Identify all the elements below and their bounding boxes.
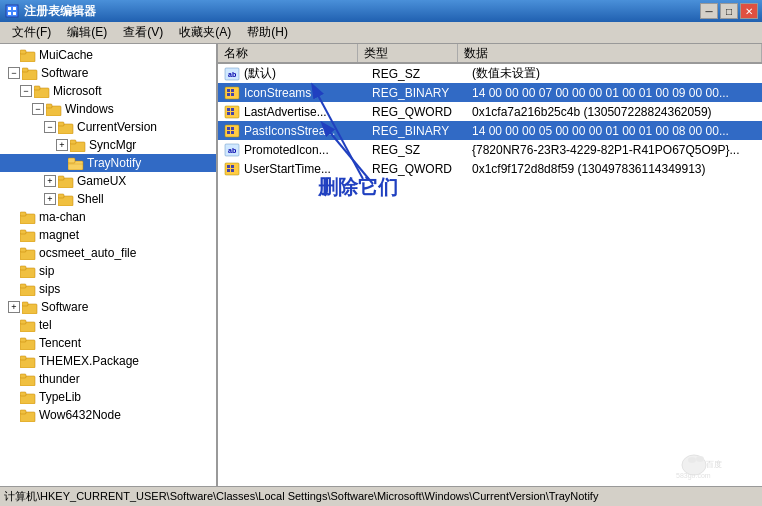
tree-item-gameux[interactable]: + GameUX: [0, 172, 216, 190]
tree-item-sip[interactable]: sip: [0, 262, 216, 280]
folder-icon: [20, 354, 36, 368]
tree-item-traynotify[interactable]: TrayNotify: [0, 154, 216, 172]
registry-values-pane: 名称 类型 数据 ab (默认) REG_SZ (数值未设: [218, 44, 762, 486]
svg-rect-43: [20, 374, 26, 378]
registry-tree[interactable]: MuiCache − Software − Microsoft −: [0, 44, 218, 486]
svg-rect-29: [20, 248, 26, 252]
tree-label: tel: [39, 318, 52, 332]
reg-entry-promotedicon[interactable]: ab PromotedIcon... REG_SZ {7820NR76-23R3…: [218, 140, 762, 159]
svg-rect-3: [8, 12, 11, 15]
svg-rect-54: [231, 93, 234, 96]
folder-icon: [20, 318, 36, 332]
svg-rect-57: [231, 108, 234, 111]
tree-label: magnet: [39, 228, 79, 242]
svg-rect-35: [22, 302, 28, 306]
svg-rect-58: [227, 112, 230, 115]
svg-rect-52: [231, 89, 234, 92]
tree-item-syncmgr[interactable]: + SyncMgr: [0, 136, 216, 154]
menu-file[interactable]: 文件(F): [4, 22, 59, 43]
folder-icon: [20, 408, 36, 422]
tree-item-thunder[interactable]: thunder: [0, 370, 216, 388]
menu-help[interactable]: 帮助(H): [239, 22, 296, 43]
reg-entry-lastadvertised[interactable]: LastAdvertise... REG_QWORD 0x1cfa7a216b2…: [218, 102, 762, 121]
close-button[interactable]: ✕: [740, 3, 758, 19]
svg-text:ab: ab: [228, 147, 236, 154]
registry-entries-list[interactable]: ab (默认) REG_SZ (数值未设置): [218, 64, 762, 486]
reg-name: PastIconsStrea...: [242, 124, 372, 138]
svg-rect-8: [22, 68, 28, 72]
tree-item-software[interactable]: − Software: [0, 64, 216, 82]
svg-rect-31: [20, 266, 26, 270]
reg-data: 0x1cfa7a216b25c4b (130507228824362059): [472, 105, 762, 119]
tree-toggle[interactable]: −: [32, 103, 44, 115]
tree-label: ma-chan: [39, 210, 86, 224]
main-area: MuiCache − Software − Microsoft −: [0, 44, 762, 486]
svg-rect-27: [20, 230, 26, 234]
tree-label: thunder: [39, 372, 80, 386]
svg-rect-45: [20, 392, 26, 396]
tree-label: SyncMgr: [89, 138, 136, 152]
tree-item-tencent[interactable]: Tencent: [0, 334, 216, 352]
tree-item-typelib[interactable]: TypeLib: [0, 388, 216, 406]
tree-item-shell[interactable]: + Shell: [0, 190, 216, 208]
maximize-button[interactable]: □: [720, 3, 738, 19]
tree-toggle[interactable]: +: [56, 139, 68, 151]
col-header-name[interactable]: 名称: [218, 44, 358, 62]
tree-item-muicache[interactable]: MuiCache: [0, 46, 216, 64]
reg-data: 14 00 00 00 07 00 00 00 01 00 01 00 09 0…: [472, 86, 762, 100]
reg-type-icon: [222, 161, 242, 177]
svg-rect-2: [13, 7, 16, 10]
tree-label: Shell: [77, 192, 104, 206]
reg-entry-userstarttime[interactable]: UserStartTime... REG_QWORD 0x1cf9f172d8d…: [218, 159, 762, 178]
folder-icon: [20, 282, 36, 296]
tree-item-currentversion[interactable]: − CurrentVersion: [0, 118, 216, 136]
tree-toggle[interactable]: +: [44, 193, 56, 205]
tree-item-windows[interactable]: − Windows: [0, 100, 216, 118]
tree-item-ocsmeet[interactable]: ocsmeet_auto_file: [0, 244, 216, 262]
reg-type-icon: ab: [222, 142, 242, 158]
folder-icon: [20, 372, 36, 386]
minimize-button[interactable]: ─: [700, 3, 718, 19]
tree-toggle[interactable]: −: [8, 67, 20, 79]
tree-item-sips[interactable]: sips: [0, 280, 216, 298]
tree-item-microsoft[interactable]: − Microsoft: [0, 82, 216, 100]
col-header-type[interactable]: 类型: [358, 44, 458, 62]
status-bar: 计算机\HKEY_CURRENT_USER\Software\Classes\L…: [0, 486, 762, 506]
folder-icon: [34, 84, 50, 98]
folder-icon: [20, 48, 36, 62]
tree-item-themex[interactable]: THEMEX.Package: [0, 352, 216, 370]
tree-item-tel[interactable]: tel: [0, 316, 216, 334]
reg-entry-default[interactable]: ab (默认) REG_SZ (数值未设置): [218, 64, 762, 83]
folder-icon: [70, 138, 86, 152]
reg-entry-iconstreams[interactable]: IconStreams REG_BINARY 14 00 00 00 07 00…: [218, 83, 762, 102]
reg-name: UserStartTime...: [242, 162, 372, 176]
reg-name: (默认): [242, 65, 372, 82]
status-path: 计算机\HKEY_CURRENT_USER\Software\Classes\L…: [4, 489, 598, 504]
tree-item-software2[interactable]: + Software: [0, 298, 216, 316]
svg-rect-62: [231, 127, 234, 130]
reg-data: 0x1cf9f172d8d8f59 (130497836114349913): [472, 162, 762, 176]
menu-view[interactable]: 查看(V): [115, 22, 171, 43]
tree-label: THEMEX.Package: [39, 354, 139, 368]
reg-entry-pasticonstreams[interactable]: PastIconsStrea... REG_BINARY 14 00 00 00…: [218, 121, 762, 140]
svg-rect-63: [227, 131, 230, 134]
tree-item-magnet[interactable]: magnet: [0, 226, 216, 244]
svg-rect-61: [227, 127, 230, 130]
svg-rect-37: [20, 320, 26, 324]
tree-toggle[interactable]: −: [20, 85, 32, 97]
menu-favorites[interactable]: 收藏夹(A): [171, 22, 239, 43]
folder-icon: [22, 300, 38, 314]
folder-icon: [58, 120, 74, 134]
col-header-data[interactable]: 数据: [458, 44, 762, 62]
tree-toggle[interactable]: −: [44, 121, 56, 133]
reg-type: REG_BINARY: [372, 124, 472, 138]
tree-toggle[interactable]: +: [44, 175, 56, 187]
svg-rect-12: [46, 104, 52, 108]
reg-type: REG_QWORD: [372, 162, 472, 176]
svg-rect-33: [20, 284, 26, 288]
tree-toggle[interactable]: +: [8, 301, 20, 313]
tree-item-machan[interactable]: ma-chan: [0, 208, 216, 226]
reg-type: REG_BINARY: [372, 86, 472, 100]
tree-item-wow6432[interactable]: Wow6432Node: [0, 406, 216, 424]
menu-edit[interactable]: 编辑(E): [59, 22, 115, 43]
